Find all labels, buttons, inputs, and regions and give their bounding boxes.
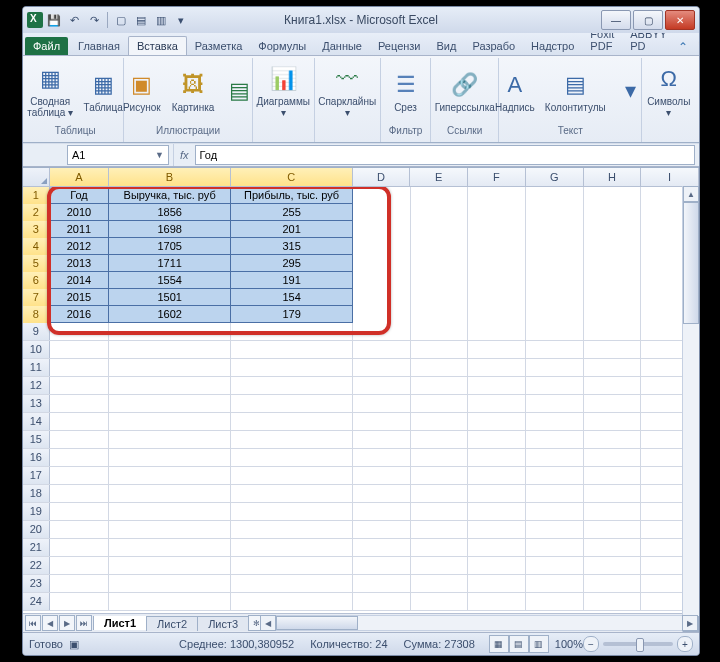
cell[interactable]: [50, 359, 110, 376]
tab-file[interactable]: Файл: [25, 37, 68, 55]
column-header-I[interactable]: I: [641, 168, 699, 186]
cell[interactable]: [109, 341, 231, 358]
cell[interactable]: [584, 575, 642, 592]
cell[interactable]: 1711: [109, 255, 231, 272]
cell[interactable]: [584, 238, 642, 255]
cell[interactable]: [353, 341, 411, 358]
column-header-E[interactable]: E: [410, 168, 468, 186]
cell[interactable]: [109, 449, 231, 466]
cell[interactable]: [411, 575, 469, 592]
cell[interactable]: [50, 323, 110, 340]
cell[interactable]: 1501: [109, 289, 231, 306]
cell[interactable]: [468, 187, 526, 204]
zoom-in-button[interactable]: +: [677, 636, 693, 652]
cell[interactable]: [526, 204, 584, 221]
cell[interactable]: [584, 593, 642, 610]
cell[interactable]: [468, 449, 526, 466]
cell[interactable]: [353, 306, 411, 323]
fx-icon[interactable]: fx: [180, 149, 189, 161]
cell[interactable]: [109, 539, 231, 556]
cell[interactable]: [411, 359, 469, 376]
cell[interactable]: 2011: [50, 221, 110, 238]
tab-review[interactable]: Рецензи: [370, 37, 429, 55]
cell[interactable]: 2014: [50, 272, 110, 289]
row-header[interactable]: 22: [23, 557, 50, 574]
ribbon-headerfooter-button[interactable]: ▤Колонтитулы: [540, 67, 611, 116]
cell[interactable]: [411, 449, 469, 466]
ribbon-picture-button[interactable]: ▣Рисунок: [117, 67, 167, 116]
cell[interactable]: [411, 557, 469, 574]
cell[interactable]: [468, 575, 526, 592]
cell[interactable]: [109, 467, 231, 484]
cell[interactable]: [584, 467, 642, 484]
cell[interactable]: Выручка, тыс. руб: [109, 187, 231, 204]
cell[interactable]: [411, 539, 469, 556]
cell[interactable]: [109, 575, 231, 592]
cell[interactable]: [50, 341, 110, 358]
tab-pagelayout[interactable]: Разметка: [187, 37, 251, 55]
cell[interactable]: [353, 413, 411, 430]
cell[interactable]: [526, 255, 584, 272]
cell[interactable]: [353, 431, 411, 448]
cell[interactable]: Год: [50, 187, 110, 204]
sheet-nav-prev[interactable]: ◀: [42, 615, 58, 631]
grid-body[interactable]: 1ГодВыручка, тыс. рубПрибыль, тыс. руб22…: [23, 187, 699, 613]
cell[interactable]: [353, 395, 411, 412]
cell[interactable]: [353, 323, 411, 340]
row-header[interactable]: 9: [23, 323, 50, 340]
cell[interactable]: 179: [231, 306, 353, 323]
cell[interactable]: [353, 272, 411, 289]
cell[interactable]: [411, 221, 469, 238]
cell[interactable]: 201: [231, 221, 353, 238]
cell[interactable]: [526, 377, 584, 394]
cell[interactable]: 1602: [109, 306, 231, 323]
name-box-dropdown-icon[interactable]: ▼: [155, 150, 164, 160]
ribbon-sparklines-button[interactable]: 〰Спарклайны ▾: [313, 61, 381, 121]
cell[interactable]: [231, 593, 353, 610]
ribbon-slicer-button[interactable]: ☰Срез: [381, 67, 431, 116]
cell[interactable]: [526, 413, 584, 430]
qat-open-button[interactable]: ▤: [132, 11, 150, 29]
cell[interactable]: [109, 359, 231, 376]
qat-save-button[interactable]: 💾: [45, 11, 63, 29]
cell[interactable]: [353, 289, 411, 306]
cell[interactable]: [584, 323, 642, 340]
cell[interactable]: [526, 323, 584, 340]
cell[interactable]: [584, 449, 642, 466]
zoom-slider[interactable]: [603, 642, 673, 646]
tab-addins[interactable]: Надстро: [523, 37, 582, 55]
ribbon-minimize-button[interactable]: ⌃: [675, 39, 691, 55]
column-header-B[interactable]: B: [109, 168, 231, 186]
cell[interactable]: [468, 377, 526, 394]
cell[interactable]: [584, 485, 642, 502]
sheet-nav-first[interactable]: ⏮: [25, 615, 41, 631]
cell[interactable]: [50, 593, 110, 610]
row-header[interactable]: 24: [23, 593, 50, 610]
row-header[interactable]: 1: [23, 187, 50, 204]
cell[interactable]: [584, 521, 642, 538]
cell[interactable]: [526, 289, 584, 306]
cell[interactable]: [411, 503, 469, 520]
cell[interactable]: [468, 395, 526, 412]
cell[interactable]: [109, 593, 231, 610]
ribbon-pivot-table-button[interactable]: ▦Сводная таблица ▾: [23, 61, 78, 121]
cell[interactable]: [411, 238, 469, 255]
cell[interactable]: [353, 575, 411, 592]
cell[interactable]: 1554: [109, 272, 231, 289]
cell[interactable]: [231, 431, 353, 448]
cell[interactable]: [584, 255, 642, 272]
cell[interactable]: [411, 255, 469, 272]
cell[interactable]: 2016: [50, 306, 110, 323]
cell[interactable]: [468, 341, 526, 358]
cell[interactable]: [526, 557, 584, 574]
row-header[interactable]: 21: [23, 539, 50, 556]
cell[interactable]: [50, 467, 110, 484]
cell[interactable]: [231, 503, 353, 520]
cell[interactable]: [231, 359, 353, 376]
cell[interactable]: [353, 377, 411, 394]
cell[interactable]: [584, 413, 642, 430]
cell[interactable]: [353, 449, 411, 466]
cell[interactable]: [353, 204, 411, 221]
cell[interactable]: [353, 557, 411, 574]
cell[interactable]: [353, 187, 411, 204]
